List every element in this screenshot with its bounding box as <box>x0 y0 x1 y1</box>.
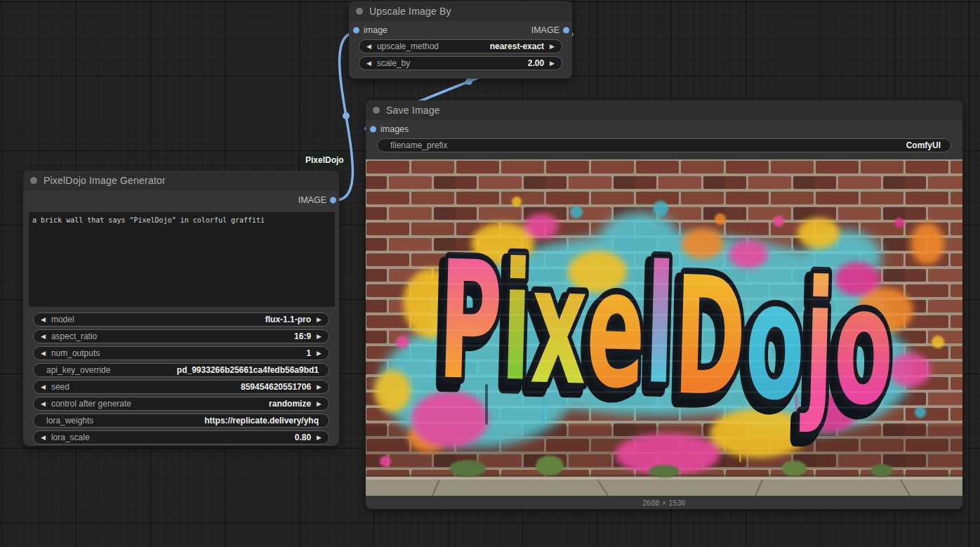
output-slot-label: IMAGE <box>298 195 326 205</box>
widget-label: scale_by <box>377 58 524 68</box>
widget-control-after-generate[interactable]: ◀control after generaterandomize▶ <box>33 397 329 411</box>
widget-value: ComfyUI <box>906 140 941 150</box>
widget-value: 2.00 <box>528 58 544 68</box>
link-midpoint-dot[interactable] <box>465 78 472 85</box>
widget-scale_by[interactable]: ◀scale_by2.00▶ <box>359 56 562 70</box>
increment-arrow-icon[interactable]: ▶ <box>315 401 323 407</box>
node-upscale-image-by[interactable]: Upscale Image By image IMAGE ◀upscale_me… <box>349 1 572 79</box>
node-title: PixelDojo Image Generator <box>44 175 166 186</box>
decrement-arrow-icon[interactable]: ◀ <box>39 435 47 441</box>
graffiti-brick-wall-image: PixelDojoPixelDojo <box>366 159 962 496</box>
node-save-image[interactable]: Save Image images filename_prefixComfyUI <box>366 100 962 509</box>
widget-label: aspect_ratio <box>51 331 290 341</box>
increment-arrow-icon[interactable]: ▶ <box>315 317 323 323</box>
widget-label: seed <box>51 382 237 392</box>
widget-aspect_ratio[interactable]: ◀aspect_ratio16:9▶ <box>33 329 329 343</box>
widget-upscale_method[interactable]: ◀upscale_methodnearest-exact▶ <box>359 39 562 53</box>
node-title: Upscale Image By <box>369 6 451 17</box>
widget-label: model <box>51 315 261 324</box>
slot-row: image IMAGE <box>349 21 572 39</box>
widget-value: flux-1.1-pro <box>265 315 311 324</box>
link-midpoint-dot[interactable] <box>343 112 350 119</box>
collapse-dot-icon[interactable] <box>373 107 380 114</box>
output-slot-image[interactable] <box>563 27 569 34</box>
input-slot-label: image <box>364 25 388 35</box>
widget-list: ◀modelflux-1.1-pro▶◀aspect_ratio16:9▶◀nu… <box>23 312 339 444</box>
decrement-arrow-icon[interactable]: ◀ <box>39 317 47 323</box>
node-title: Save Image <box>386 105 440 116</box>
slot-row: IMAGE <box>23 190 339 210</box>
decrement-arrow-icon[interactable]: ◀ <box>39 384 47 390</box>
widget-label: lora_scale <box>51 433 291 442</box>
widget-filename_prefix[interactable]: filename_prefixComfyUI <box>377 138 951 152</box>
widget-api_key_override[interactable]: api_key_overridepd_9933266b25661ca4fedb5… <box>33 363 329 377</box>
image-resolution-caption: 2688 × 1536 <box>366 496 962 509</box>
widget-list: ◀upscale_methodnearest-exact▶◀scale_by2.… <box>349 39 572 70</box>
widget-value: pd_9933266b25661ca4fedb56a9bd1 <box>177 365 319 375</box>
input-slot-images[interactable] <box>370 126 376 133</box>
slot-row: images <box>366 120 962 138</box>
widget-seed[interactable]: ◀seed859454620551706▶ <box>33 380 329 394</box>
widget-label: control after generate <box>51 399 265 409</box>
widget-lora_weights[interactable]: lora_weightshttps://replicate.delivery/y… <box>33 414 329 428</box>
increment-arrow-icon[interactable]: ▶ <box>315 435 323 441</box>
image-preview[interactable]: PixelDojoPixelDojo <box>366 159 962 496</box>
node-title-bar[interactable]: PixelDojo Image Generator <box>23 171 339 190</box>
widget-label: num_outputs <box>51 348 302 358</box>
widget-value: https://replicate.delivery/yhq <box>204 416 319 426</box>
increment-arrow-icon[interactable]: ▶ <box>548 44 556 50</box>
output-slot-image[interactable] <box>330 197 336 204</box>
widget-label: api_key_override <box>46 365 173 375</box>
input-slot-image[interactable] <box>353 27 359 34</box>
widget-label: upscale_method <box>377 41 486 51</box>
collapse-dot-icon[interactable] <box>356 8 363 15</box>
widget-value: 16:9 <box>294 331 311 341</box>
increment-arrow-icon[interactable]: ▶ <box>315 334 323 340</box>
node-type-badge: PixelDojo <box>300 153 350 167</box>
widget-model[interactable]: ◀modelflux-1.1-pro▶ <box>33 312 329 327</box>
widget-label: filename_prefix <box>390 140 902 150</box>
decrement-arrow-icon[interactable]: ◀ <box>365 44 373 50</box>
widget-value: randomize <box>269 399 311 409</box>
increment-arrow-icon[interactable]: ▶ <box>315 350 323 357</box>
input-slot-label: images <box>380 124 409 134</box>
decrement-arrow-icon[interactable]: ◀ <box>39 334 47 340</box>
collapse-dot-icon[interactable] <box>30 177 37 184</box>
node-title-bar[interactable]: Save Image <box>366 100 962 120</box>
increment-arrow-icon[interactable]: ▶ <box>548 60 556 67</box>
decrement-arrow-icon[interactable]: ◀ <box>39 401 47 407</box>
widget-value: 0.80 <box>295 433 311 442</box>
widget-num_outputs[interactable]: ◀num_outputs1▶ <box>33 346 329 360</box>
decrement-arrow-icon[interactable]: ◀ <box>365 60 373 67</box>
increment-arrow-icon[interactable]: ▶ <box>315 384 323 390</box>
widget-lora_scale[interactable]: ◀lora_scale0.80▶ <box>33 430 329 444</box>
prompt-textarea[interactable]: a brick wall that says "PixelDojo" in co… <box>29 212 335 307</box>
decrement-arrow-icon[interactable]: ◀ <box>39 350 47 357</box>
widget-value: 1 <box>306 348 311 358</box>
widget-value: 859454620551706 <box>241 382 311 392</box>
widget-label: lora_weights <box>46 416 200 426</box>
widget-value: nearest-exact <box>490 41 544 51</box>
output-slot-label: IMAGE <box>531 25 559 35</box>
node-title-bar[interactable]: Upscale Image By <box>349 1 572 21</box>
widget-list: filename_prefixComfyUI <box>366 138 962 152</box>
node-pixeldojo-image-generator[interactable]: PixelDojo Image Generator IMAGE a brick … <box>23 171 339 446</box>
